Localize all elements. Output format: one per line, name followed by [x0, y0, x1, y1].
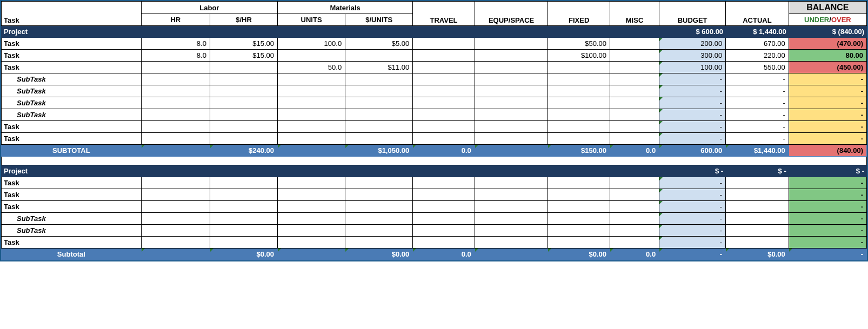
cell-fixed[interactable] — [548, 85, 610, 97]
cell-equip[interactable] — [475, 201, 548, 213]
cell-units[interactable]: 50.0 — [278, 62, 345, 73]
cell-urate[interactable] — [345, 237, 413, 249]
cell-units[interactable] — [278, 97, 345, 109]
cell-travel[interactable] — [413, 38, 475, 50]
cell-urate[interactable] — [345, 133, 413, 145]
cell-actual[interactable] — [726, 213, 789, 225]
row-label[interactable]: Task — [2, 177, 142, 189]
cell-fixed[interactable] — [548, 189, 610, 201]
cell-misc[interactable] — [610, 121, 659, 133]
cell-balance[interactable]: - — [789, 85, 866, 97]
cell-actual[interactable] — [726, 177, 789, 189]
cell-balance[interactable]: - — [789, 201, 866, 213]
cell-travel[interactable] — [413, 85, 475, 97]
cell-units[interactable] — [278, 225, 345, 237]
cell-rate[interactable]: $15.00 — [210, 50, 277, 62]
cell-balance[interactable]: (450.00) — [789, 62, 866, 73]
project-balance[interactable]: $ (840.00) — [789, 26, 866, 38]
cell-budget[interactable]: - — [659, 213, 726, 225]
cell-hr[interactable] — [141, 73, 210, 85]
cell-travel[interactable] — [413, 225, 475, 237]
cell-rate[interactable] — [210, 133, 277, 145]
cell-budget[interactable]: - — [659, 133, 726, 145]
cell-equip[interactable] — [475, 97, 548, 109]
cell-hr[interactable] — [141, 85, 210, 97]
cell-rate[interactable] — [210, 177, 277, 189]
cell-fixed[interactable] — [548, 62, 610, 73]
cell-equip[interactable] — [475, 109, 548, 121]
cell-fixed[interactable] — [548, 109, 610, 121]
cell-actual[interactable] — [726, 189, 789, 201]
row-label[interactable]: Task — [2, 50, 142, 62]
cell-hr[interactable] — [141, 121, 210, 133]
cell-balance[interactable]: 80.00 — [789, 50, 866, 62]
cell-units[interactable] — [278, 237, 345, 249]
cell-rate[interactable] — [210, 201, 277, 213]
cell-equip[interactable] — [475, 237, 548, 249]
cell-balance[interactable]: - — [789, 189, 866, 201]
cell-travel[interactable] — [413, 109, 475, 121]
cell-equip[interactable] — [475, 73, 548, 85]
cell-misc[interactable] — [610, 177, 659, 189]
cell-actual[interactable]: 550.00 — [726, 62, 789, 73]
cell-hr[interactable] — [141, 97, 210, 109]
cell-fixed[interactable]: $50.00 — [548, 38, 610, 50]
cell-balance[interactable]: - — [789, 109, 866, 121]
cell-hr[interactable] — [141, 177, 210, 189]
cell-urate[interactable] — [345, 73, 413, 85]
cell-fixed[interactable]: $100.00 — [548, 50, 610, 62]
cell-urate[interactable] — [345, 225, 413, 237]
cell-misc[interactable] — [610, 225, 659, 237]
cell-hr[interactable] — [141, 109, 210, 121]
cell-budget[interactable]: - — [659, 189, 726, 201]
cell-equip[interactable] — [475, 121, 548, 133]
cell-urate[interactable] — [345, 177, 413, 189]
cell-fixed[interactable] — [548, 133, 610, 145]
cell-misc[interactable] — [610, 73, 659, 85]
cell-travel[interactable] — [413, 97, 475, 109]
cell-fixed[interactable] — [548, 121, 610, 133]
cell-misc[interactable] — [610, 109, 659, 121]
row-label[interactable]: Task — [2, 62, 142, 73]
project-budget[interactable]: $ 600.00 — [659, 26, 726, 38]
cell-balance[interactable]: (470.00) — [789, 38, 866, 50]
cell-equip[interactable] — [475, 189, 548, 201]
cell-balance[interactable]: - — [789, 213, 866, 225]
cell-actual[interactable]: - — [726, 73, 789, 85]
project-label[interactable]: Project — [2, 26, 142, 38]
cell-equip[interactable] — [475, 133, 548, 145]
cell-actual[interactable]: - — [726, 133, 789, 145]
cell-equip[interactable] — [475, 213, 548, 225]
cell-equip[interactable] — [475, 225, 548, 237]
cell-urate[interactable] — [345, 213, 413, 225]
cell-equip[interactable] — [475, 62, 548, 73]
project-actual[interactable]: $ - — [726, 165, 789, 177]
cell-travel[interactable] — [413, 201, 475, 213]
cell-fixed[interactable] — [548, 97, 610, 109]
cell-units[interactable] — [278, 213, 345, 225]
cell-units[interactable] — [278, 189, 345, 201]
cell-fixed[interactable] — [548, 201, 610, 213]
cell-misc[interactable] — [610, 237, 659, 249]
cell-balance[interactable]: - — [789, 237, 866, 249]
row-label[interactable]: Task — [2, 133, 142, 145]
cell-balance[interactable]: - — [789, 177, 866, 189]
row-label[interactable]: Task — [2, 121, 142, 133]
cell-urate[interactable] — [345, 109, 413, 121]
cell-misc[interactable] — [610, 38, 659, 50]
cell-travel[interactable] — [413, 237, 475, 249]
cell-units[interactable] — [278, 109, 345, 121]
cell-rate[interactable] — [210, 237, 277, 249]
cell-hr[interactable] — [141, 237, 210, 249]
row-label[interactable]: SubTask — [2, 85, 142, 97]
cell-hr[interactable] — [141, 133, 210, 145]
cell-fixed[interactable] — [548, 225, 610, 237]
cell-budget[interactable]: 200.00 — [659, 38, 726, 50]
cell-actual[interactable] — [726, 237, 789, 249]
cell-travel[interactable] — [413, 62, 475, 73]
cell-actual[interactable]: - — [726, 121, 789, 133]
cell-budget[interactable]: - — [659, 177, 726, 189]
row-label[interactable]: Task — [2, 38, 142, 50]
cell-rate[interactable]: $15.00 — [210, 38, 277, 50]
cell-equip[interactable] — [475, 177, 548, 189]
